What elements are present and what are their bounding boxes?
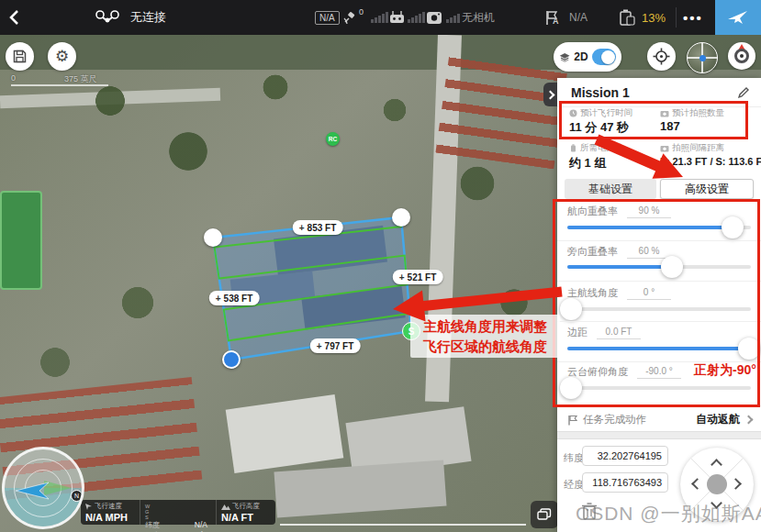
gps-signal-bars (371, 12, 388, 23)
position-nudge-dpad[interactable] (680, 448, 754, 521)
map-view-pill: 2D (554, 42, 621, 72)
latitude-input[interactable]: 32.202764195 (582, 446, 668, 466)
stat-photo-interval-label: 拍照间隔距离 (660, 142, 724, 154)
save-mission-button[interactable] (6, 42, 34, 71)
annotation-note: 主航线角度用来调整 飞行区域的航线角度 (410, 315, 560, 358)
map-scale-bar (280, 524, 526, 526)
slider-thumb[interactable] (722, 216, 744, 238)
aircraft-arrow-icon (16, 481, 49, 501)
nudge-center-button[interactable] (707, 474, 727, 494)
latitude-label: 纬度 (564, 451, 584, 465)
telemetry-bar: 飞行速度 N/A MPH WGS 纬度N/A 经度N/A 飞行高度 N/A FT (81, 500, 275, 525)
camera-icon (426, 0, 442, 35)
map-scale-zero: 0 (11, 73, 16, 83)
camera-signal-bars (446, 12, 460, 23)
cross-icon: + (216, 294, 221, 304)
minimap-button[interactable] (687, 42, 718, 73)
battery-small-icon (569, 144, 577, 152)
photo-interval-icon (660, 145, 669, 152)
panel-collapse-handle[interactable] (543, 83, 557, 106)
mission-planning-app: S RC + 853 FT + 521 FT + 538 FT + 797 FT… (0, 0, 761, 532)
rc-signal-bars (408, 12, 425, 23)
gps-count: 0 (359, 7, 364, 17)
slider-thumb[interactable] (560, 298, 582, 320)
wgs-label: WGS (145, 504, 151, 520)
polygon-corner-handle[interactable] (204, 228, 222, 247)
edge-length-label-right: + 521 FT (393, 270, 443, 284)
stat-photo-count-value: 187 (660, 119, 680, 133)
2d-label: 2D (574, 50, 588, 63)
slider-thumb[interactable] (661, 256, 683, 278)
edge-length-label-left: + 538 FT (209, 291, 260, 305)
slider-margin-value[interactable]: 0.0 FT (597, 327, 641, 339)
locate-me-button[interactable] (647, 42, 676, 71)
map-layers-button[interactable] (531, 501, 558, 528)
start-flight-button[interactable] (715, 0, 761, 35)
svg-text:A: A (553, 17, 559, 26)
nudge-right-button[interactable] (730, 478, 742, 490)
nudge-up-button[interactable] (711, 459, 722, 471)
map-compass-button[interactable] (728, 42, 755, 70)
slider-thumb[interactable] (738, 338, 760, 360)
nudge-down-button[interactable] (711, 497, 722, 509)
nudge-left-button[interactable] (691, 478, 703, 490)
tab-advanced-settings[interactable]: 高级设置 (660, 179, 754, 199)
attitude-compass: N (2, 447, 84, 529)
stat-flight-time-value: 11 分 47 秒 (569, 119, 629, 136)
slider-gimbal-pitch-value[interactable]: -90.0 ° (637, 366, 681, 379)
settings-button[interactable]: ⚙ (48, 42, 76, 71)
flag-icon (567, 415, 577, 426)
drone-icon (95, 0, 119, 35)
slider-course-angle-value[interactable]: 0 ° (627, 287, 671, 300)
finish-action-value: 自动返航 (696, 412, 740, 427)
tab-basic-settings[interactable]: 基础设置 (565, 179, 656, 199)
slider-margin[interactable] (567, 347, 751, 350)
longitude-input[interactable]: 118.716763493 (582, 472, 668, 493)
battery-percent: 13% (642, 0, 666, 35)
more-menu-button[interactable]: ••• (683, 0, 703, 35)
edit-pencil-icon[interactable] (737, 86, 750, 99)
polygon-corner-handle[interactable] (392, 208, 410, 227)
north-badge: N (71, 490, 83, 502)
slider-side-overlap[interactable] (567, 265, 751, 269)
slider-margin-label: 边距 0.0 FT (567, 325, 641, 339)
slider-gimbal-pitch[interactable] (567, 386, 751, 390)
2d-toggle[interactable] (592, 49, 616, 65)
mission-title: Mission 1 (571, 85, 737, 100)
minimap-position-dot (699, 55, 706, 61)
slider-course-angle[interactable] (567, 307, 751, 311)
mission-settings-panel: Mission 1 预计飞行时间 11 分 47 秒 预计拍照数量 187 所需… (557, 78, 761, 532)
slider-thumb[interactable] (560, 377, 582, 399)
slider-front-overlap-label: 航向重叠率 90 % (567, 204, 671, 218)
delete-button[interactable] (581, 502, 598, 524)
crosshair-icon (653, 48, 670, 65)
camera-status: 无相机 (462, 0, 495, 35)
cross-icon: + (399, 272, 405, 283)
polygon-corner-handle-selected[interactable] (222, 350, 241, 369)
slider-gimbal-pitch-label: 云台俯仰角度 -90.0 ° 正射为-90° (567, 364, 756, 379)
connection-status: 无连接 (130, 0, 166, 35)
gear-icon: ⚙ (55, 49, 69, 64)
map-scale-bar (11, 84, 108, 86)
chevron-right-icon (546, 90, 555, 99)
chevron-left-icon (9, 9, 19, 26)
cross-icon: + (317, 341, 322, 351)
slider-front-overlap-value[interactable]: 90 % (627, 205, 671, 218)
gimbal-pitch-annotation: 正射为-90° (694, 362, 756, 379)
layers-stack-icon (537, 508, 552, 521)
mission-status-icon: A (544, 0, 563, 35)
top-status-bar: 无连接 N/A 0 (0, 0, 761, 35)
slider-side-overlap-value[interactable]: 60 % (627, 246, 671, 259)
finish-action-row[interactable]: 任务完成动作 自动返航 (557, 408, 761, 431)
stat-flight-time-label: 预计飞行时间 (569, 107, 632, 119)
slider-course-angle-label: 主航线角度 0 ° (567, 285, 671, 300)
back-button[interactable] (9, 0, 19, 35)
longitude-label: 经度 (564, 478, 584, 492)
section-divider (557, 431, 761, 439)
stat-photo-interval-value: F: 21.3 FT / S: 113.6 FT (660, 156, 761, 167)
stat-battery-count-value: 约 1 组 (569, 155, 606, 172)
speed-arrow-icon (85, 503, 93, 510)
slider-front-overlap[interactable] (567, 226, 751, 229)
clock-icon (569, 109, 577, 117)
cross-icon: + (299, 223, 305, 233)
